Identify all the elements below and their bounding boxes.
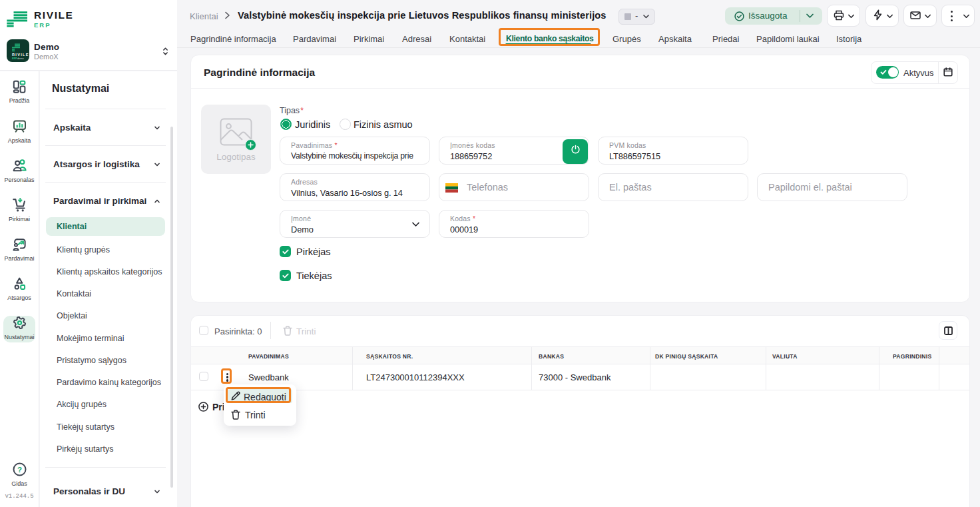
svg-text:RIVILE: RIVILE: [12, 53, 29, 57]
svg-text:demo: demo: [17, 57, 24, 60]
svg-text:?: ?: [17, 466, 21, 474]
